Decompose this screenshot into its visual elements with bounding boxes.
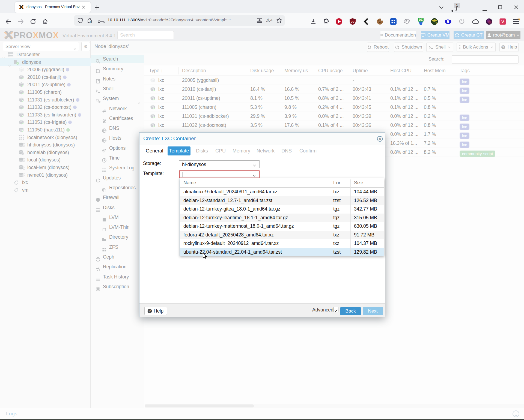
svg-text:DE: DE [419, 18, 423, 21]
svg-text:UO: UO [351, 20, 355, 23]
svg-text:!: ! [90, 21, 91, 23]
svg-text:?: ? [149, 309, 151, 313]
svg-text:V: V [501, 19, 504, 24]
